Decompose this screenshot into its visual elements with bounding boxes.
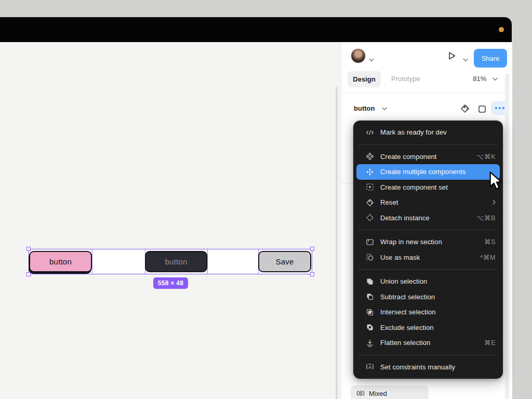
zoom-level-value: 81%	[473, 75, 486, 83]
menu-divider	[358, 230, 498, 230]
menu-item-mark-ready-for-dev[interactable]: Mark as ready for dev	[356, 125, 500, 140]
component-icon	[366, 152, 374, 161]
layer-name-label: button	[354, 104, 375, 112]
constraints-icon	[356, 389, 365, 397]
menu-item-set-constraints-manually[interactable]: A Set constraints manually	[356, 360, 500, 375]
panel-scrollbar[interactable]	[505, 73, 509, 399]
section-icon	[366, 238, 374, 246]
share-button[interactable]: Share	[474, 49, 507, 68]
svg-text:A: A	[368, 365, 371, 370]
dot	[495, 107, 497, 109]
canvas-button-save[interactable]: Save	[258, 251, 311, 272]
intersect-icon	[366, 308, 374, 316]
menu-divider	[358, 269, 498, 270]
selected-layer-name[interactable]: button	[354, 104, 387, 112]
resize-handle-bottom-right[interactable]	[310, 272, 314, 276]
menu-item-create-component[interactable]: Create component ⌥⌘K	[356, 149, 500, 165]
mask-icon	[366, 253, 374, 261]
canvas-scrollbar[interactable]	[336, 87, 338, 399]
instance-frame-icon[interactable]	[478, 105, 486, 115]
code-icon	[366, 128, 374, 137]
dot	[499, 107, 501, 109]
union-icon	[366, 277, 374, 286]
header-divider	[341, 92, 512, 93]
menu-divider	[358, 144, 498, 145]
menu-item-wrap-in-new-section[interactable]: Wrap in new section ⌘S	[356, 234, 500, 250]
menu-item-create-component-set[interactable]: Create component set	[356, 180, 500, 195]
canvas-button-dark[interactable]: button	[145, 251, 207, 272]
menu-item-subtract-selection[interactable]: Subtract selection	[356, 289, 500, 305]
present-chevron-icon[interactable]	[463, 55, 468, 64]
design-canvas[interactable]: button button Save 558 × 48	[0, 42, 341, 399]
mixed-label: Mixed	[369, 390, 387, 397]
menu-item-use-as-mask[interactable]: Use as mask ^⌘M	[356, 250, 500, 265]
menu-item-exclude-selection[interactable]: Exclude selection	[356, 320, 500, 336]
reset-icon	[366, 198, 374, 207]
dot	[502, 107, 504, 109]
flatten-icon	[366, 339, 374, 347]
tab-design[interactable]: Design	[348, 71, 381, 87]
menu-item-flatten-selection[interactable]: Flatten selection ⌘E	[356, 335, 500, 351]
multi-component-icon	[366, 168, 374, 176]
menu-item-detach-instance[interactable]: Detach instance ⌥⌘B	[356, 210, 500, 226]
avatar[interactable]	[351, 48, 366, 63]
zoom-level-control[interactable]: 81%	[473, 75, 498, 83]
resize-handle-bottom-left[interactable]	[26, 272, 31, 276]
dimension-badge: 558 × 48	[153, 277, 188, 289]
canvas-button-pink[interactable]: button	[29, 251, 92, 272]
layer-context-menu: Mark as ready for dev Create component ⌥…	[353, 121, 503, 379]
constraints-mixed-field[interactable]: Mixed	[351, 385, 429, 399]
menu-item-intersect-selection[interactable]: Intersect selection	[356, 304, 500, 320]
manual-constraints-icon: A	[366, 363, 374, 371]
detach-icon	[366, 214, 374, 222]
resize-handle-top-right[interactable]	[310, 247, 314, 251]
menu-item-create-multiple-components[interactable]: Create multiple components	[356, 164, 500, 180]
component-set-icon	[366, 183, 374, 191]
tab-prototype[interactable]: Prototype	[391, 75, 420, 83]
menu-divider	[358, 355, 498, 355]
menu-item-reset[interactable]: Reset	[356, 195, 500, 210]
app-toolbar	[0, 17, 512, 42]
reset-instance-icon[interactable]	[460, 104, 470, 115]
present-play-icon[interactable]	[447, 51, 457, 63]
recording-indicator-dot	[499, 27, 504, 32]
selected-frame[interactable]: button button Save	[29, 249, 312, 274]
submenu-chevron-icon	[493, 199, 496, 206]
avatar-chevron-icon[interactable]	[369, 55, 374, 64]
subtract-icon	[366, 292, 374, 301]
menu-item-union-selection[interactable]: Union selection	[356, 274, 500, 289]
exclude-icon	[366, 323, 374, 331]
resize-handle-top-left[interactable]	[26, 247, 31, 251]
